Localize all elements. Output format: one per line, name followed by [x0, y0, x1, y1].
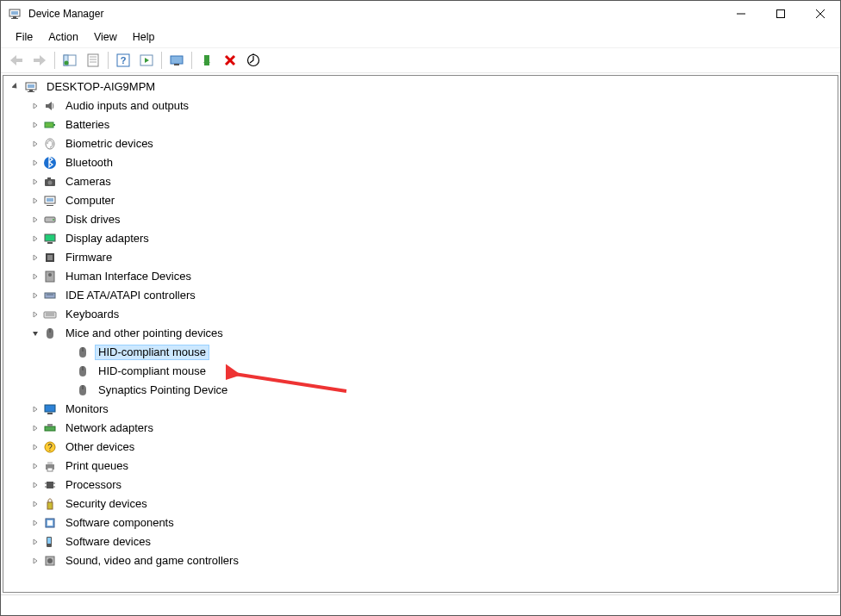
properties-button[interactable] [83, 50, 103, 71]
tree-category[interactable]: Cameras [7, 172, 838, 191]
category-label: Other devices [62, 439, 138, 456]
collapse-icon[interactable] [29, 327, 41, 339]
svg-rect-9 [34, 59, 40, 62]
forward-button[interactable] [29, 50, 50, 71]
expand-icon[interactable] [29, 252, 41, 264]
enable-device-button[interactable] [196, 50, 217, 71]
tree-category[interactable]: Batteries [7, 115, 838, 134]
tree-device[interactable]: HID-compliant mouse [7, 362, 838, 381]
uninstall-device-button[interactable] [220, 50, 240, 71]
expand-icon[interactable] [29, 422, 41, 434]
category-label: Keyboards [62, 307, 122, 323]
svg-rect-28 [29, 90, 33, 91]
tree-device[interactable]: Synaptics Pointing Device [7, 381, 838, 400]
tree-category[interactable]: Processors [7, 476, 838, 495]
category-icon [43, 459, 57, 473]
tree-category[interactable]: Mice and other pointing devices [7, 324, 838, 343]
tree-category[interactable]: Biometric devices [7, 134, 838, 153]
expand-icon[interactable] [29, 195, 41, 207]
update-driver-button[interactable] [166, 50, 187, 71]
tree-category[interactable]: ? Other devices [7, 438, 838, 457]
category-icon [43, 251, 57, 264]
category-label: Audio inputs and outputs [62, 98, 192, 115]
svg-text:?: ? [121, 55, 127, 65]
svg-rect-27 [28, 84, 34, 88]
svg-point-77 [47, 558, 53, 563]
back-button[interactable] [6, 50, 27, 71]
svg-rect-29 [28, 91, 34, 92]
category-icon [43, 137, 57, 151]
toolbar: ? [1, 47, 840, 73]
tree-category[interactable]: Bluetooth [7, 153, 838, 172]
help-button[interactable]: ? [113, 50, 134, 71]
expand-icon[interactable] [29, 271, 41, 283]
tree-root[interactable]: DESKTOP-AIG9MPM [7, 78, 838, 96]
expand-icon[interactable] [29, 119, 41, 131]
expand-icon[interactable] [29, 536, 41, 548]
collapse-icon[interactable] [10, 81, 22, 93]
expand-icon[interactable] [29, 441, 41, 453]
svg-rect-43 [47, 242, 53, 244]
svg-rect-8 [16, 59, 22, 62]
tree-category[interactable]: Human Interface Devices [7, 267, 838, 286]
tree-category[interactable]: Keyboards [7, 305, 838, 324]
expand-icon[interactable] [29, 403, 41, 415]
mouse-icon [76, 364, 90, 378]
scan-hardware-button[interactable] [243, 50, 264, 71]
action-button[interactable] [136, 50, 157, 71]
tree-device[interactable]: HID-compliant mouse [7, 343, 838, 362]
category-icon [43, 175, 57, 189]
tree-category[interactable]: IDE ATA/ATAPI controllers [7, 286, 838, 305]
expand-icon[interactable] [29, 233, 41, 245]
category-icon [43, 99, 57, 113]
category-icon [43, 156, 57, 170]
tree-category[interactable]: Network adapters [7, 419, 838, 438]
expand-icon[interactable] [29, 479, 41, 491]
menu-view[interactable]: View [86, 28, 125, 46]
menu-help[interactable]: Help [125, 28, 163, 46]
expand-icon[interactable] [29, 517, 41, 529]
expand-icon[interactable] [29, 157, 41, 169]
tree-category[interactable]: Sound, video and game controllers [7, 551, 838, 570]
tree-category[interactable]: Software devices [7, 532, 838, 551]
category-label: Human Interface Devices [62, 269, 195, 285]
menu-action[interactable]: Action [40, 28, 86, 46]
tree-category[interactable]: Firmware [7, 248, 838, 267]
svg-rect-59 [45, 426, 55, 431]
tree-category[interactable]: Disk drives [7, 210, 838, 229]
tree-category[interactable]: Print queues [7, 457, 838, 476]
tree-category[interactable]: Audio inputs and outputs [7, 96, 838, 115]
expand-icon[interactable] [29, 308, 41, 320]
expand-icon[interactable] [29, 214, 41, 226]
category-label: Bluetooth [62, 155, 116, 171]
svg-rect-45 [47, 255, 53, 260]
expand-icon[interactable] [29, 555, 41, 567]
tree-root-label: DESKTOP-AIG9MPM [43, 79, 159, 96]
tree-category[interactable]: Security devices [7, 495, 838, 513]
minimize-button[interactable] [721, 1, 761, 27]
svg-rect-2 [13, 16, 16, 18]
expand-icon[interactable] [29, 289, 41, 302]
computer-icon [24, 80, 38, 94]
device-tree[interactable]: DESKTOP-AIG9MPM Audio inputs and outputs… [3, 76, 838, 592]
category-label: Display adapters [62, 231, 153, 247]
tree-category[interactable]: Computer [7, 191, 838, 210]
menu-file[interactable]: File [8, 28, 40, 46]
expand-icon[interactable] [29, 460, 41, 472]
close-button[interactable] [801, 1, 840, 27]
maximize-button[interactable] [761, 1, 801, 27]
expand-icon[interactable] [29, 100, 41, 112]
svg-rect-65 [47, 468, 53, 471]
show-hide-console-tree-button[interactable] [59, 50, 80, 71]
tree-category[interactable]: Display adapters [7, 229, 838, 248]
tree-category[interactable]: Monitors [7, 400, 838, 419]
category-label: Mice and other pointing devices [62, 326, 227, 342]
expand-icon[interactable] [29, 176, 41, 188]
expand-icon[interactable] [29, 138, 41, 150]
expand-icon[interactable] [29, 498, 41, 510]
svg-point-12 [65, 61, 69, 65]
svg-rect-21 [174, 64, 179, 65]
svg-point-41 [53, 219, 54, 221]
tree-category[interactable]: Software components [7, 513, 838, 532]
svg-rect-38 [47, 198, 53, 202]
